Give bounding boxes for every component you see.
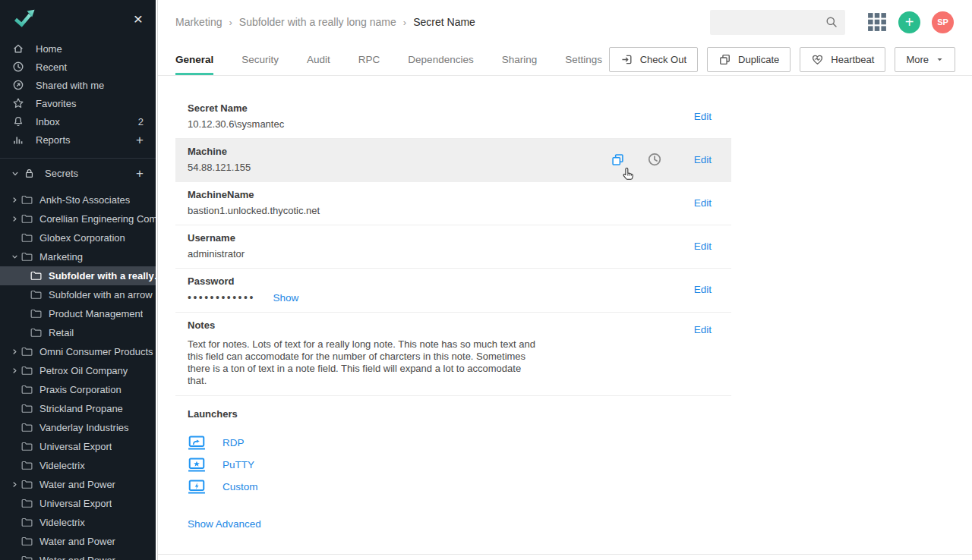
launcher-rdp[interactable]: RDP <box>188 432 719 454</box>
folder-corellian-engineering[interactable]: Corellian Engineering Com… <box>0 209 156 228</box>
sidebar-item-inbox[interactable]: Inbox 2 <box>0 112 156 131</box>
folder-icon <box>21 252 33 262</box>
edit-link[interactable]: Edit <box>694 197 712 209</box>
tab-rpc[interactable]: RPC <box>358 44 380 75</box>
copy-icon[interactable] <box>611 153 625 167</box>
show-advanced-link[interactable]: Show Advanced <box>188 518 261 530</box>
launcher-label: Custom <box>222 481 258 492</box>
masked-password: •••••••••••• <box>188 291 255 304</box>
breadcrumb-item[interactable]: Subfolder with a really long name <box>239 16 396 28</box>
field-value: bastion1.unlocked.thycotic.net <box>188 205 694 216</box>
heartbeat-button[interactable]: Heartbeat <box>800 47 885 72</box>
add-secret-icon[interactable]: + <box>136 167 144 180</box>
avatar[interactable]: SP <box>932 11 954 33</box>
folder-universal-export-2[interactable]: Universal Export <box>0 494 156 513</box>
field-label: Password <box>188 275 694 287</box>
nav-label: Inbox <box>36 116 60 127</box>
folder-label: Globex Corporation <box>39 232 125 244</box>
folder-label: Videlectrix <box>39 460 85 471</box>
folder-subfolder-with-an-arrow[interactable]: Subfolder with an arrow <box>0 285 156 304</box>
more-button[interactable]: More <box>895 47 955 72</box>
field-label: Username <box>188 232 694 244</box>
sidebar-item-home[interactable]: Home <box>0 39 156 58</box>
folder-label: Ankh-Sto Associates <box>39 194 130 206</box>
tab-audit[interactable]: Audit <box>307 44 330 75</box>
apps-grid-icon[interactable] <box>867 12 887 32</box>
breadcrumb-separator: › <box>403 17 406 28</box>
folder-water-and-power-2[interactable]: Water and Power <box>0 532 156 551</box>
folder-water-and-power-3[interactable]: Water and Power <box>0 551 156 560</box>
folder-product-management[interactable]: Product Management <box>0 304 156 323</box>
tab-security[interactable]: Security <box>241 44 279 75</box>
folder-videlectrix[interactable]: Videlectrix <box>0 456 156 475</box>
folder-globex-corporation[interactable]: Globex Corporation <box>0 228 156 247</box>
launcher-custom[interactable]: Custom <box>188 476 719 498</box>
duplicate-button[interactable]: Duplicate <box>707 47 791 72</box>
sidebar-item-reports[interactable]: Reports + <box>0 131 156 149</box>
folder-videlectrix-2[interactable]: Videlectrix <box>0 513 156 532</box>
chevron-right-icon[interactable] <box>11 481 18 488</box>
sidebar-item-shared-with-me[interactable]: Shared with me <box>0 76 156 94</box>
edit-link[interactable]: Edit <box>694 324 712 335</box>
folder-icon <box>21 499 33 508</box>
history-icon[interactable] <box>647 152 662 167</box>
folder-omni-consumer-products[interactable]: Omni Consumer Products <box>0 342 156 361</box>
edit-link[interactable]: Edit <box>694 154 712 165</box>
share-icon <box>12 79 24 91</box>
folder-universal-export[interactable]: Universal Export <box>0 437 156 456</box>
chevron-right-icon[interactable] <box>11 348 18 355</box>
edit-link[interactable]: Edit <box>694 111 712 122</box>
folder-strickland-propane[interactable]: Strickland Propane <box>0 399 156 418</box>
tab-dependencies[interactable]: Dependencies <box>408 44 473 75</box>
field-row-username: Username administrator Edit <box>175 225 731 269</box>
field-label: MachineName <box>188 189 694 200</box>
folder-praxis-corporation[interactable]: Praxis Corporation <box>0 380 156 399</box>
edit-link[interactable]: Edit <box>694 284 712 295</box>
add-button[interactable]: + <box>898 11 920 33</box>
tab-sharing[interactable]: Sharing <box>502 44 538 75</box>
show-password-link[interactable]: Show <box>273 292 298 304</box>
close-sidebar-icon[interactable]: × <box>134 11 143 27</box>
chevron-down-icon[interactable] <box>11 253 18 260</box>
folder-water-and-power[interactable]: Water and Power <box>0 475 156 494</box>
folder-label: Water and Power <box>39 555 115 560</box>
tab-general[interactable]: General <box>175 44 213 75</box>
folder-label: Petrox Oil Company <box>39 365 128 376</box>
launcher-putty[interactable]: PuTTY <box>188 454 719 476</box>
breadcrumb-item[interactable]: Marketing <box>175 16 222 28</box>
notes-text: Text for notes. Lots of text for a reall… <box>188 338 535 387</box>
folder-icon <box>21 233 33 243</box>
search-input[interactable] <box>710 10 845 35</box>
heartbeat-icon <box>811 53 824 66</box>
add-report-icon[interactable]: + <box>136 134 144 146</box>
folder-label: Subfolder with an arrow <box>49 289 153 300</box>
folder-icon <box>21 480 33 489</box>
chevron-right-icon[interactable] <box>11 367 18 374</box>
chevron-down-icon[interactable] <box>11 170 19 178</box>
folder-ankh-sto-associates[interactable]: Ankh-Sto Associates <box>0 190 156 209</box>
field-value: 10.12.30.6\sysmantec <box>188 118 694 130</box>
field-label: Machine <box>188 146 611 157</box>
sidebar-item-secrets[interactable]: Secrets + <box>0 158 156 187</box>
edit-link[interactable]: Edit <box>694 241 712 252</box>
tab-settings[interactable]: Settings <box>565 44 602 75</box>
check-out-button[interactable]: Check Out <box>609 47 698 72</box>
sidebar-item-recent[interactable]: Recent <box>0 58 156 76</box>
nav-label: Reports <box>36 134 71 146</box>
folder-subfolder-long-name[interactable]: Subfolder with a really… <box>0 266 156 285</box>
bar-chart-icon <box>12 134 24 146</box>
folder-marketing[interactable]: Marketing <box>0 247 156 266</box>
folder-retail[interactable]: Retail <box>0 323 156 342</box>
chevron-right-icon[interactable] <box>11 216 18 222</box>
folder-vanderlay-industries[interactable]: Vanderlay Industries <box>0 418 156 437</box>
chevron-right-icon[interactable] <box>11 197 18 203</box>
folder-label: Praxis Corporation <box>39 384 122 395</box>
folder-label: Corellian Engineering Com… <box>39 213 156 225</box>
folder-petrox-oil-company[interactable]: Petrox Oil Company <box>0 361 156 380</box>
sidebar-item-favorites[interactable]: Favorites <box>0 94 156 112</box>
folder-icon <box>21 518 33 527</box>
field-row-machinename: MachineName bastion1.unlocked.thycotic.n… <box>175 182 731 225</box>
folder-label: Vanderlay Industries <box>39 422 129 433</box>
field-row-machine: Machine 54.88.121.155 Edit <box>175 139 731 182</box>
folder-icon <box>21 214 33 224</box>
